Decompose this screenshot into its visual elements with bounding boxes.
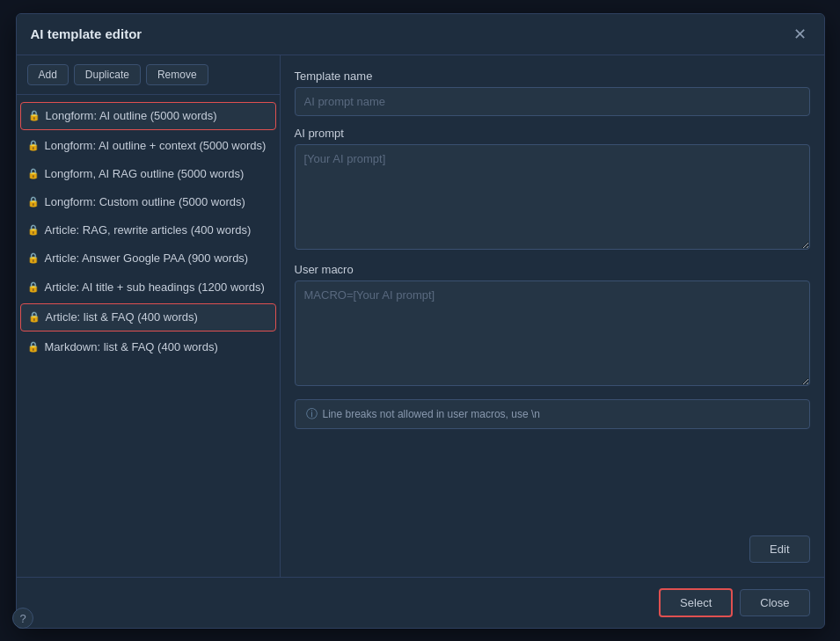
template-name-input[interactable] <box>295 87 810 116</box>
item-label: Longform: AI outline (5000 words) <box>46 108 217 124</box>
list-item[interactable]: 🔒Longform, AI RAG outline (5000 words) <box>17 160 280 188</box>
lock-icon: 🔒 <box>27 167 40 180</box>
modal-close-button[interactable]: ✕ <box>790 25 810 44</box>
modal-body: Add Duplicate Remove 🔒Longform: AI outli… <box>17 55 824 577</box>
lock-icon: 🔒 <box>28 310 40 324</box>
user-macro-textarea[interactable] <box>295 280 810 386</box>
info-icon: ⓘ <box>306 406 318 422</box>
item-label: Markdown: list & FAQ (400 words) <box>45 339 218 355</box>
list-item[interactable]: 🔒Article: AI title + sub headings (1200 … <box>17 273 280 302</box>
list-item[interactable]: 🔒Longform: AI outline (5000 words) <box>20 102 276 130</box>
template-list: 🔒Longform: AI outline (5000 words)🔒Longf… <box>17 95 280 577</box>
modal-footer: Select Close <box>17 577 824 628</box>
ai-prompt-textarea[interactable] <box>295 144 810 250</box>
item-label: Longform: AI outline + context (5000 wor… <box>45 138 267 154</box>
ai-prompt-label: AI prompt <box>295 127 810 140</box>
left-panel: Add Duplicate Remove 🔒Longform: AI outli… <box>17 55 281 577</box>
close-button[interactable]: Close <box>740 589 809 616</box>
lock-icon: 🔒 <box>27 223 40 237</box>
info-text: Line breaks not allowed in user macros, … <box>323 408 540 420</box>
list-item[interactable]: 🔒Article: RAG, rewrite articles (400 wor… <box>17 216 280 244</box>
list-item[interactable]: 🔒Longform: Custom outline (5000 words) <box>17 188 280 216</box>
ai-template-editor-modal: AI template editor ✕ Add Duplicate Remov… <box>16 13 825 629</box>
user-macro-field: User macro <box>295 263 810 389</box>
item-label: Longform, AI RAG outline (5000 words) <box>45 166 245 182</box>
item-label: Article: Answer Google PAA (900 words) <box>45 251 249 266</box>
list-item[interactable]: 🔒Markdown: list & FAQ (400 words) <box>17 333 280 361</box>
item-label: Article: list & FAQ (400 words) <box>46 310 198 325</box>
toolbar: Add Duplicate Remove <box>17 55 280 95</box>
lock-icon: 🔒 <box>27 340 40 353</box>
edit-button[interactable]: Edit <box>749 535 809 563</box>
lock-icon: 🔒 <box>27 251 40 265</box>
duplicate-button[interactable]: Duplicate <box>74 64 141 85</box>
modal-title: AI template editor <box>31 26 142 41</box>
item-label: Longform: Custom outline (5000 words) <box>45 194 245 210</box>
modal-header: AI template editor ✕ <box>17 14 824 55</box>
template-name-field: Template name <box>295 69 810 116</box>
item-label: Article: AI title + sub headings (1200 w… <box>45 280 265 295</box>
select-button[interactable]: Select <box>659 588 733 617</box>
right-panel: Template name AI prompt User macro ⓘ Lin… <box>281 55 824 577</box>
template-name-label: Template name <box>295 69 810 83</box>
modal-overlay: AI template editor ✕ Add Duplicate Remov… <box>0 0 840 641</box>
help-button[interactable]: ? <box>12 608 33 629</box>
add-button[interactable]: Add <box>27 64 69 85</box>
user-macro-label: User macro <box>295 263 810 276</box>
item-label: Article: RAG, rewrite articles (400 word… <box>45 222 252 238</box>
ai-prompt-field: AI prompt <box>295 127 810 252</box>
lock-icon: 🔒 <box>27 280 40 294</box>
list-item[interactable]: 🔒Article: Answer Google PAA (900 words) <box>17 244 280 273</box>
list-item[interactable]: 🔒Article: list & FAQ (400 words) <box>20 303 276 331</box>
lock-icon: 🔒 <box>27 139 40 152</box>
list-item[interactable]: 🔒Longform: AI outline + context (5000 wo… <box>17 132 280 160</box>
lock-icon: 🔒 <box>28 109 40 122</box>
lock-icon: 🔒 <box>27 195 40 208</box>
remove-button[interactable]: Remove <box>146 64 208 85</box>
info-bar: ⓘ Line breaks not allowed in user macros… <box>295 399 810 429</box>
